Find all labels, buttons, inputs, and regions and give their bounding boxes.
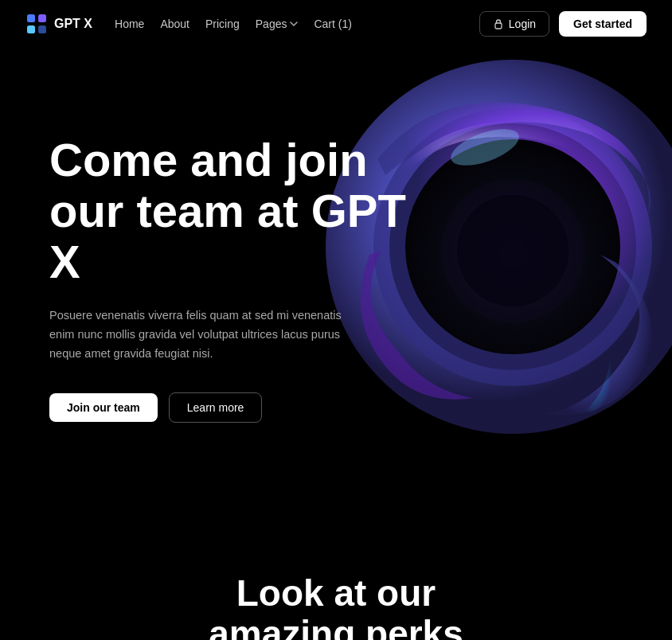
svg-rect-2 <box>27 25 35 33</box>
svg-rect-3 <box>38 25 46 33</box>
navbar: GPT X Home About Pricing Pages Cart (1) … <box>0 0 672 48</box>
nav-right: Login Get started <box>479 11 647 37</box>
learn-more-button[interactable]: Learn more <box>169 392 263 423</box>
nav-link-pages[interactable]: Pages <box>256 18 299 30</box>
logo[interactable]: GPT X <box>25 13 92 35</box>
svg-rect-4 <box>495 23 502 29</box>
hero-subtitle: Posuere venenatis viverra felis quam at … <box>49 306 368 364</box>
nav-link-home[interactable]: Home <box>115 18 144 30</box>
nav-left: GPT X Home About Pricing Pages Cart (1) <box>25 13 352 35</box>
svg-rect-1 <box>38 14 46 22</box>
svg-point-10 <box>457 195 568 306</box>
svg-rect-0 <box>27 14 35 22</box>
hero-content: Come and join our team at GPT X Posuere … <box>49 135 416 422</box>
chevron-down-icon <box>290 21 298 26</box>
lock-icon <box>493 18 504 29</box>
svg-point-9 <box>441 179 584 322</box>
perks-section: Look at our amazing perks Posuere venena… <box>0 509 672 640</box>
login-button[interactable]: Login <box>479 11 549 37</box>
svg-point-7 <box>389 123 636 370</box>
hero-buttons: Join our team Learn more <box>49 392 416 423</box>
brand-name: GPT X <box>54 17 92 31</box>
hero-title: Come and join our team at GPT X <box>49 135 416 287</box>
perks-title: Look at our amazing perks <box>25 573 647 640</box>
nav-links: Home About Pricing Pages Cart (1) <box>115 18 352 30</box>
nav-link-pricing[interactable]: Pricing <box>205 18 240 30</box>
hero-section: Come and join our team at GPT X Posuere … <box>0 48 672 509</box>
logo-icon <box>25 13 48 35</box>
join-team-button[interactable]: Join our team <box>49 393 158 422</box>
get-started-button[interactable]: Get started <box>559 11 647 37</box>
nav-link-about[interactable]: About <box>160 18 189 30</box>
nav-cart[interactable]: Cart (1) <box>314 18 351 30</box>
svg-point-8 <box>447 122 524 174</box>
